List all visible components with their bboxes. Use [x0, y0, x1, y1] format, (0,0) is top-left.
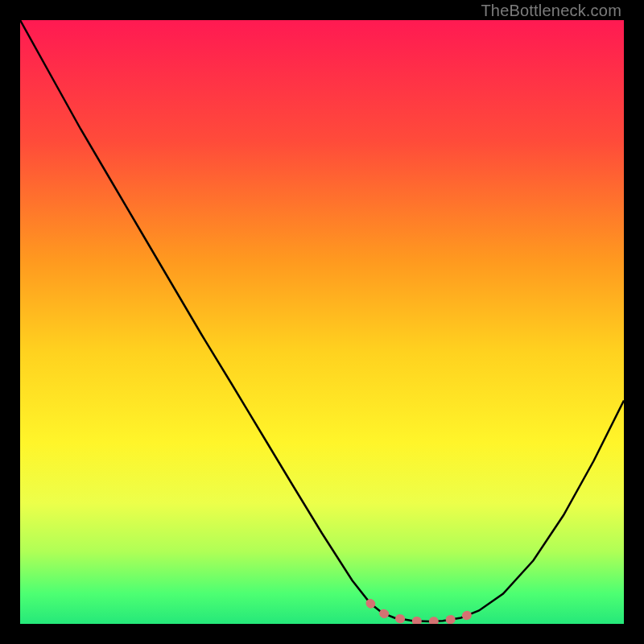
plot-svg — [20, 20, 624, 624]
watermark-text: TheBottleneck.com — [481, 2, 621, 20]
bottleneck-chart: TheBottleneck.com — [0, 0, 644, 644]
